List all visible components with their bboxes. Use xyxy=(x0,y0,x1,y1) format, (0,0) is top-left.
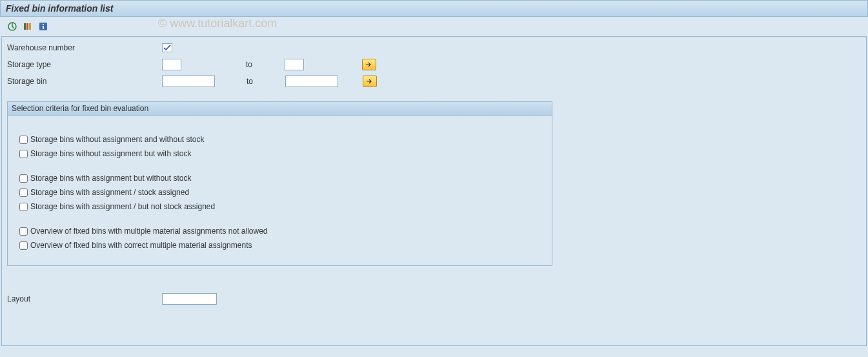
input-storage-bin-to[interactable] xyxy=(285,76,338,87)
row-storage-type: Storage type to xyxy=(7,57,861,72)
label-storage-type: Storage type xyxy=(7,60,162,69)
chk-without-assign-with-stock[interactable] xyxy=(19,150,28,158)
chk-label-4: Storage bins with assignment / stock ass… xyxy=(30,188,189,197)
multiselect-storage-type[interactable] xyxy=(362,59,376,70)
toolbar: © www.tutorialkart.com xyxy=(0,17,868,36)
chk-label-7: Overview of fixed bins with correct mult… xyxy=(30,241,252,250)
svg-rect-6 xyxy=(43,26,44,29)
row-warehouse-number: Warehouse number xyxy=(7,41,861,55)
chk-row-without-assign-with-stock: Storage bins without assignment but with… xyxy=(19,148,540,159)
chk-label-2: Storage bins without assignment but with… xyxy=(30,149,191,158)
input-storage-bin-from[interactable] xyxy=(162,76,215,87)
watermark-text: © www.tutorialkart.com xyxy=(158,17,277,30)
group-header: Selection criteria for fixed bin evaluat… xyxy=(8,102,552,116)
row-layout: Layout xyxy=(7,292,861,306)
input-layout[interactable] xyxy=(162,293,217,305)
page-title: Fixed bin information list xyxy=(0,0,868,17)
execute-icon[interactable] xyxy=(6,21,18,32)
chk-without-assign-without-stock[interactable] xyxy=(19,136,28,144)
chk-with-assign-without-stock[interactable] xyxy=(19,174,28,183)
svg-rect-2 xyxy=(26,23,28,30)
chk-with-assign-not-stock-assigned[interactable] xyxy=(19,203,28,211)
group-selection-criteria: Selection criteria for fixed bin evaluat… xyxy=(7,101,552,266)
svg-rect-5 xyxy=(43,24,44,25)
chk-label-5: Storage bins with assignment / but not s… xyxy=(30,202,215,211)
label-warehouse-number: Warehouse number xyxy=(7,43,162,52)
label-storage-bin: Storage bin xyxy=(7,77,162,86)
chk-row-without-assign-without-stock: Storage bins without assignment and with… xyxy=(19,134,540,145)
variants-icon[interactable] xyxy=(22,21,34,32)
multiselect-storage-bin[interactable] xyxy=(363,76,377,87)
svg-rect-3 xyxy=(29,23,31,30)
info-icon[interactable] xyxy=(37,21,49,32)
chk-label-1: Storage bins without assignment and with… xyxy=(30,135,204,144)
chk-row-with-assign-without-stock: Storage bins with assignment but without… xyxy=(19,172,540,184)
label-storage-type-to: to xyxy=(246,60,285,69)
input-storage-type-to[interactable] xyxy=(285,59,304,70)
field-warehouse-number[interactable] xyxy=(162,43,172,52)
chk-label-6: Overview of fixed bins with multiple mat… xyxy=(30,227,268,236)
content-area: Warehouse number Storage type to Storage… xyxy=(1,36,867,346)
group-body: Storage bins without assignment and with… xyxy=(8,116,552,265)
input-storage-type-from[interactable] xyxy=(162,59,181,70)
chk-multi-mat-correct[interactable] xyxy=(19,241,28,250)
chk-row-multi-mat-correct: Overview of fixed bins with correct mult… xyxy=(19,240,540,251)
chk-label-3: Storage bins with assignment but without… xyxy=(30,174,191,183)
chk-row-multi-mat-not-allowed: Overview of fixed bins with multiple mat… xyxy=(19,225,540,237)
label-storage-bin-to: to xyxy=(247,77,285,86)
chk-row-with-assign-not-stock-assigned: Storage bins with assignment / but not s… xyxy=(19,201,540,212)
chk-multi-mat-not-allowed[interactable] xyxy=(19,227,28,236)
label-layout: Layout xyxy=(7,294,162,303)
row-storage-bin: Storage bin to xyxy=(7,74,861,88)
chk-with-assign-stock-assigned[interactable] xyxy=(19,189,28,197)
chk-row-with-assign-stock-assigned: Storage bins with assignment / stock ass… xyxy=(19,187,540,198)
svg-rect-1 xyxy=(24,23,26,30)
